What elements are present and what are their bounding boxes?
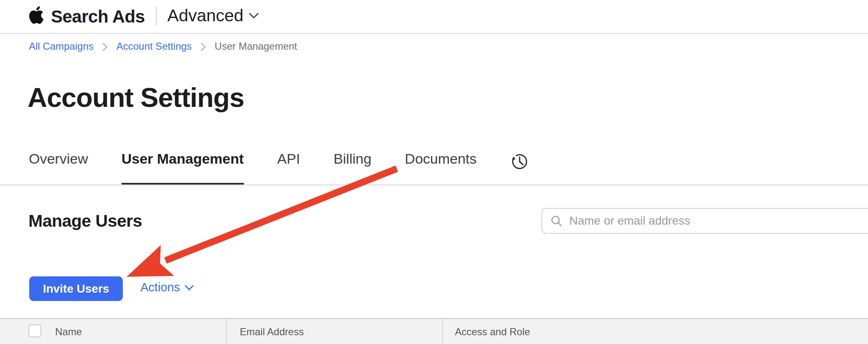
tab-overview[interactable]: Overview — [29, 151, 88, 185]
top-bar: Search Ads Advanced — [0, 0, 868, 34]
breadcrumb-all-campaigns[interactable]: All Campaigns — [29, 40, 94, 52]
chevron-right-icon — [201, 43, 206, 51]
topbar-divider — [156, 6, 157, 25]
chevron-down-icon — [249, 13, 259, 19]
actions-label: Actions — [140, 281, 180, 294]
brand-title[interactable]: Search Ads — [51, 7, 145, 27]
tab-documents[interactable]: Documents — [405, 151, 477, 185]
tab-api[interactable]: API — [277, 151, 300, 185]
tab-bar-divider — [0, 185, 868, 185]
apple-logo-icon[interactable] — [28, 6, 45, 24]
breadcrumb-user-management: User Management — [215, 40, 297, 52]
chevron-down-icon — [185, 285, 194, 291]
breadcrumb-account-settings[interactable]: Account Settings — [117, 40, 192, 52]
column-header-name: Name — [55, 326, 82, 338]
breadcrumb: All Campaigns Account Settings User Mana… — [29, 40, 297, 52]
users-table-header: Name Email Address Access and Role — [0, 318, 868, 344]
product-switcher[interactable]: Advanced — [168, 6, 259, 25]
column-header-access-role: Access and Role — [455, 326, 530, 338]
tab-user-management[interactable]: User Management — [122, 151, 244, 185]
product-name: Advanced — [168, 6, 244, 25]
history-button[interactable] — [510, 152, 529, 171]
select-all-checkbox[interactable] — [28, 324, 41, 337]
search-icon — [551, 215, 563, 227]
column-divider — [442, 319, 443, 344]
search-input[interactable] — [569, 214, 868, 228]
chevron-right-icon — [102, 43, 108, 51]
page-title: Account Settings — [28, 82, 244, 113]
account-settings-page: Search Ads Advanced All Campaigns Accoun… — [0, 0, 868, 344]
actions-dropdown[interactable]: Actions — [140, 281, 194, 294]
user-search-box — [541, 208, 868, 234]
tab-billing[interactable]: Billing — [333, 151, 371, 185]
column-header-email: Email Address — [240, 326, 304, 338]
section-heading: Manage Users — [28, 211, 142, 231]
tab-bar: Overview User Management API Billing Doc… — [29, 151, 529, 185]
invite-users-button[interactable]: Invite Users — [29, 276, 123, 301]
time-history-icon — [510, 152, 529, 171]
column-divider — [226, 319, 227, 344]
